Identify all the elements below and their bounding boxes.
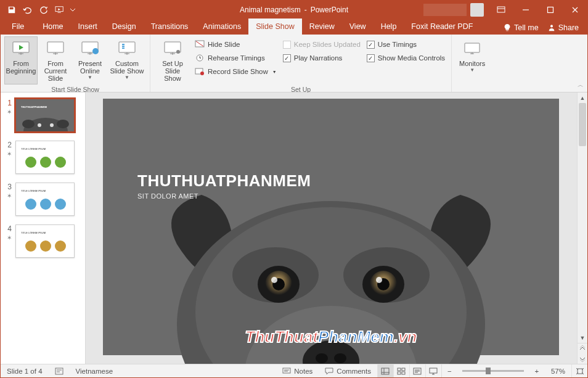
slide-sorter-view-button[interactable] bbox=[393, 364, 409, 378]
tab-home[interactable]: Home bbox=[35, 18, 70, 35]
zoom-slider-knob[interactable] bbox=[486, 368, 491, 374]
custom-slide-show-button[interactable]: Custom Slide Show ▼ bbox=[108, 36, 146, 84]
svg-point-3 bbox=[550, 25, 553, 27]
tab-animations[interactable]: Animations bbox=[195, 18, 248, 35]
zoom-slider[interactable] bbox=[462, 370, 524, 372]
qat-customize[interactable] bbox=[68, 2, 77, 17]
scroll-down-button[interactable]: ▼ bbox=[578, 332, 587, 343]
svg-point-33 bbox=[55, 240, 66, 252]
thumbnail-3[interactable]: 3✶ TITLE LOREM IPSUM bbox=[4, 183, 81, 216]
notes-button[interactable]: Notes bbox=[276, 368, 319, 375]
svg-point-49 bbox=[334, 353, 346, 363]
tab-review[interactable]: Review bbox=[302, 18, 342, 35]
svg-point-27 bbox=[25, 199, 36, 210]
scroll-thumb[interactable] bbox=[579, 103, 586, 146]
monitors-button[interactable]: Monitors ▼ bbox=[455, 36, 489, 89]
svg-point-48 bbox=[316, 353, 328, 363]
svg-rect-5 bbox=[47, 42, 63, 52]
record-slide-show-button[interactable]: Record Slide Show ▼ bbox=[195, 65, 277, 78]
collapse-ribbon-button[interactable]: ︿ bbox=[578, 81, 584, 89]
language-indicator[interactable]: Vietnamese bbox=[70, 368, 120, 375]
reading-view-button[interactable] bbox=[409, 364, 425, 378]
account-name[interactable] bbox=[423, 4, 467, 16]
chevron-down-icon: ▼ bbox=[470, 68, 475, 73]
tab-slide-show[interactable]: Slide Show bbox=[248, 18, 302, 35]
present-online-button[interactable]: Present Online ▼ bbox=[73, 36, 107, 84]
svg-text:TITLE LOREM IPSUM: TITLE LOREM IPSUM bbox=[21, 147, 46, 150]
tab-transitions[interactable]: Transitions bbox=[144, 18, 196, 35]
maximize-button[interactable] bbox=[538, 1, 563, 18]
spell-check-button[interactable] bbox=[49, 368, 70, 375]
svg-point-17 bbox=[22, 120, 35, 128]
ribbon-tabs: File Home Insert Design Transitions Anim… bbox=[1, 18, 587, 35]
share-icon bbox=[547, 23, 556, 32]
undo-button[interactable] bbox=[20, 2, 35, 17]
tab-help[interactable]: Help bbox=[374, 18, 404, 35]
from-current-slide-button[interactable]: From Current Slide bbox=[39, 36, 72, 84]
use-timings-checkbox[interactable]: ✓Use Timings bbox=[367, 38, 445, 51]
slide-subtitle[interactable]: SIT DOLOR AMET bbox=[137, 192, 198, 200]
tab-insert[interactable]: Insert bbox=[71, 18, 105, 35]
presentation-list-icon bbox=[117, 39, 137, 59]
hide-slide-button[interactable]: Hide Slide bbox=[195, 38, 277, 51]
zoom-level[interactable]: 57% bbox=[545, 368, 571, 375]
next-slide-button[interactable] bbox=[578, 353, 587, 364]
svg-text:THUTHUATPHANMEM: THUTHUATPHANMEM bbox=[21, 105, 47, 109]
play-narrations-checkbox[interactable]: ✓Play Narrations bbox=[283, 52, 361, 64]
clock-icon bbox=[195, 54, 205, 62]
show-media-controls-checkbox[interactable]: ✓Show Media Controls bbox=[367, 52, 445, 64]
comments-button[interactable]: Comments bbox=[319, 368, 377, 375]
ribbon-display-options[interactable] bbox=[489, 1, 513, 18]
slide-canvas[interactable]: THUTHUATPHANMEM SIT DOLOR AMET ThuThuatP… bbox=[103, 99, 559, 355]
slideshow-view-button[interactable] bbox=[425, 364, 441, 378]
thumbnail-4[interactable]: 4✶ TITLE LOREM IPSUM bbox=[4, 224, 81, 258]
prev-slide-button[interactable] bbox=[578, 343, 587, 353]
svg-rect-8 bbox=[119, 42, 135, 52]
checkbox-checked-icon: ✓ bbox=[367, 54, 375, 62]
checkbox-icon bbox=[283, 41, 291, 49]
zoom-out-button[interactable]: − bbox=[441, 364, 457, 378]
spellcheck-icon bbox=[55, 368, 63, 375]
thumbnail-2[interactable]: 2✶ TITLE LOREM IPSUM bbox=[4, 141, 81, 174]
slide-title[interactable]: THUTHUATPHANMEM bbox=[137, 171, 311, 191]
svg-point-20 bbox=[50, 123, 54, 127]
minimize-button[interactable] bbox=[513, 1, 538, 18]
fit-to-window-button[interactable] bbox=[571, 364, 587, 378]
close-button[interactable] bbox=[563, 1, 587, 18]
normal-view-button[interactable] bbox=[377, 364, 393, 378]
presentation-icon bbox=[46, 39, 65, 59]
scroll-up-button[interactable]: ▲ bbox=[578, 92, 587, 103]
svg-rect-53 bbox=[398, 368, 401, 371]
comments-icon bbox=[325, 368, 333, 375]
thumbnail-1[interactable]: 1✶ THUTHUATPHANMEM bbox=[4, 99, 81, 132]
rehearse-timings-button[interactable]: Rehearse Timings bbox=[195, 52, 277, 64]
slide-indicator[interactable]: Slide 1 of 4 bbox=[1, 368, 49, 375]
from-beginning-button[interactable]: From Beginning bbox=[4, 36, 38, 84]
share-button[interactable]: Share bbox=[547, 23, 579, 32]
svg-point-18 bbox=[57, 120, 69, 128]
checkbox-checked-icon: ✓ bbox=[283, 54, 291, 62]
start-from-beginning-qat[interactable] bbox=[52, 2, 67, 17]
scroll-track[interactable] bbox=[578, 103, 587, 332]
tab-view[interactable]: View bbox=[342, 18, 374, 35]
tell-me-button[interactable]: Tell me bbox=[503, 23, 539, 32]
svg-point-14 bbox=[200, 72, 204, 75]
svg-rect-58 bbox=[430, 368, 437, 373]
save-button[interactable] bbox=[4, 2, 19, 17]
svg-point-7 bbox=[92, 48, 99, 54]
vertical-scrollbar[interactable]: ▲ ▼ bbox=[577, 92, 587, 364]
tab-design[interactable]: Design bbox=[105, 18, 144, 35]
svg-rect-52 bbox=[382, 368, 389, 374]
account-avatar[interactable] bbox=[470, 3, 484, 17]
redo-button[interactable] bbox=[36, 2, 51, 17]
tab-file[interactable]: File bbox=[1, 18, 35, 35]
set-up-slide-show-button[interactable]: Set Up Slide Show bbox=[154, 36, 191, 84]
presentation-globe-icon bbox=[80, 39, 100, 59]
svg-point-28 bbox=[40, 199, 51, 210]
zoom-in-button[interactable]: + bbox=[529, 364, 545, 378]
tab-foxit[interactable]: Foxit Reader PDF bbox=[404, 18, 480, 35]
lightbulb-icon bbox=[503, 23, 512, 32]
svg-rect-55 bbox=[398, 372, 401, 374]
keep-slides-updated-checkbox[interactable]: Keep Slides Updated bbox=[283, 38, 361, 51]
svg-rect-15 bbox=[465, 43, 480, 52]
